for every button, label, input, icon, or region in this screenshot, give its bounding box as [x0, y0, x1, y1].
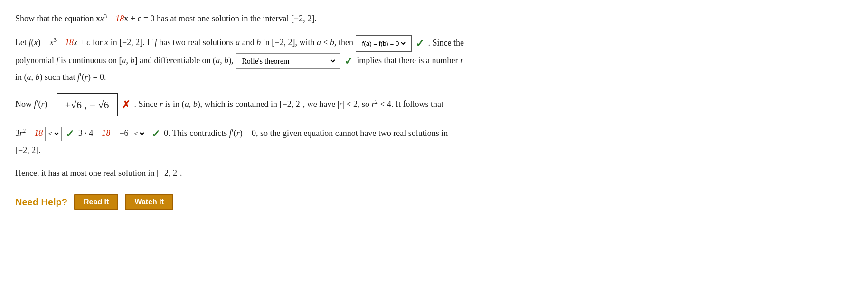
dropdown1-box[interactable]: f(a) = f(b) = 0 f(a) = f(b) f(a) = 0	[356, 35, 412, 52]
line5-since: . Since r is in (a, b), which is contain…	[134, 99, 443, 109]
line5-label: Now f′(r) =	[15, 99, 57, 109]
line3-implies: implies that there is a number r	[357, 56, 463, 65]
read-it-button[interactable]: Read It	[74, 194, 118, 210]
watch-it-button[interactable]: Watch It	[125, 194, 173, 210]
dropdown2-select[interactable]: Rolle's theorem Mean Value theorem Inter…	[240, 57, 337, 66]
line3-poly: polynomial f is continuous on [a, b] and…	[15, 56, 236, 65]
line1-minus: –	[107, 14, 115, 23]
problem-statement: Show that the equation xx3 – 18x + c = 0…	[15, 11, 853, 26]
line1-italic: x	[100, 14, 104, 23]
line2-let: Let f(x) = x3 – 18x + c for x in [−2, 2]…	[15, 38, 356, 47]
dropdown2-box[interactable]: Rolle's theorem Mean Value theorem Inter…	[236, 53, 340, 69]
dropdown4-box[interactable]: < > = ≤ ≥	[131, 127, 147, 141]
fprime-block: Now f′(r) = +√6 , − √6 ✗ . Since r is in…	[15, 93, 853, 116]
conclusion-block: Hence, it has at most one real solution …	[15, 166, 853, 181]
line6-start: 3r2 – 18	[15, 128, 45, 138]
fprime-value-box: +√6 , − √6	[57, 93, 118, 116]
check3: ✓	[66, 128, 74, 140]
conclusion-text: Hence, it has at most one real solution …	[15, 168, 182, 178]
check4: ✓	[151, 128, 160, 140]
need-help-label: Need Help?	[15, 194, 67, 210]
contradiction-block: 3r2 – 18 < > = ≤ ≥ ✓ 3 · 4 – 18 = −6 < >…	[15, 125, 853, 157]
dropdown1-select[interactable]: f(a) = f(b) = 0 f(a) = f(b) f(a) = 0	[360, 39, 407, 48]
line1-red: 18	[115, 14, 124, 23]
line1-text: Show that the equation x	[15, 14, 100, 23]
line4-in: in (a, b) such that f′(r) = 0.	[15, 72, 106, 82]
main-content: Show that the equation xx3 – 18x + c = 0…	[15, 11, 853, 210]
dropdown4-select[interactable]: < > = ≤ ≥	[132, 129, 146, 138]
line2-red: 18	[65, 38, 74, 47]
need-help-section: Need Help? Read It Watch It	[15, 194, 853, 210]
check2: ✓	[344, 55, 353, 67]
check1: ✓	[415, 38, 424, 49]
line7-interval: [−2, 2].	[15, 145, 41, 155]
line2-since: . Since the	[428, 38, 464, 47]
line1-rest: x + c = 0 has at most one solution in th…	[124, 14, 316, 23]
cross-mark: ✗	[122, 99, 130, 111]
proof-block: Let f(x) = x3 – 18x + c for x in [−2, 2]…	[15, 35, 853, 85]
dropdown3-select[interactable]: < > = ≤ ≥	[47, 129, 60, 138]
line6-contradict: 0. This contradicts f′(r) = 0, so the gi…	[164, 128, 448, 138]
dropdown3-box[interactable]: < > = ≤ ≥	[45, 127, 62, 141]
line6-calc: 3 · 4 – 18 = −6	[78, 128, 131, 138]
